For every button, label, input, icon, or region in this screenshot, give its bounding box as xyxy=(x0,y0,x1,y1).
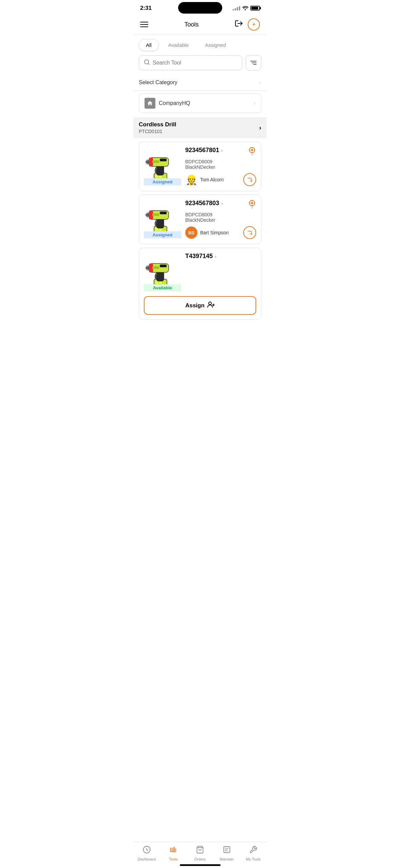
status-badge-1: Assigned xyxy=(144,178,181,185)
add-tool-button[interactable]: + xyxy=(248,18,260,31)
location-chevron-icon: › xyxy=(254,100,255,106)
location-label: CompanyHQ xyxy=(159,100,190,106)
login-icon[interactable] xyxy=(235,20,244,29)
assignee-name-1: Tom Alcorn xyxy=(200,177,224,182)
section-header[interactable]: Cordless Drill PTCD0101 › xyxy=(133,117,267,138)
tool-model-1: BDPCD8009 xyxy=(185,159,256,164)
assign-person-icon xyxy=(207,302,215,309)
tab-assigned[interactable]: Assigned xyxy=(198,39,233,51)
header: Tools + xyxy=(133,14,267,35)
tool-id-row-3: T4397145 › xyxy=(185,253,216,260)
search-input[interactable] xyxy=(153,60,237,66)
notch xyxy=(178,2,222,14)
tool-image-wrap-3: Available xyxy=(144,253,181,291)
tool-card-1: Assigned 9234567801 › xyxy=(139,142,261,191)
location-pin-icon-2[interactable] xyxy=(248,200,256,211)
svg-rect-44 xyxy=(160,265,167,267)
tab-all[interactable]: All xyxy=(139,39,159,51)
svg-point-30 xyxy=(251,202,253,204)
plus-icon: + xyxy=(252,21,256,29)
assign-button-label: Assign xyxy=(185,302,205,309)
section-title: Cordless Drill xyxy=(139,121,176,128)
tool-id-chevron-icon-3: › xyxy=(215,254,216,259)
tool-image-wrap-2: Assigned xyxy=(144,200,181,238)
tool-assignee-1: 👷 Tom Alcorn xyxy=(185,173,256,186)
category-selector[interactable]: Select Category › xyxy=(133,75,267,91)
tool-id-2: 9234567803 xyxy=(185,200,219,207)
location-pin-icon-1[interactable] xyxy=(248,147,256,158)
category-label: Select Category xyxy=(139,79,177,86)
tool-image-wrap-1: Assigned xyxy=(144,147,181,185)
assign-button[interactable]: Assign xyxy=(144,296,256,315)
status-bar: 2:31 xyxy=(133,0,267,14)
section-subtitle: PTCD0101 xyxy=(139,129,176,134)
wifi-icon xyxy=(242,5,248,11)
tool-info-2: 9234567803 › xyxy=(185,200,256,239)
assign-btn-wrap: Assign xyxy=(139,296,261,320)
tool-info-1: 9234567801 › xyxy=(185,147,256,186)
status-badge-3: Available xyxy=(144,284,181,291)
svg-rect-8 xyxy=(146,161,147,163)
tool-id-row-2: 9234567803 › xyxy=(185,200,223,207)
reassign-button-2[interactable] xyxy=(243,226,256,239)
signal-icon xyxy=(233,6,240,11)
avatar-emoji-1: 👷 xyxy=(186,174,197,185)
filter-options-button[interactable] xyxy=(246,55,261,71)
page-title: Tools xyxy=(184,21,198,28)
section-chevron-icon: › xyxy=(259,124,261,131)
tool-card-2: Assigned 9234567803 › xyxy=(139,195,261,244)
search-icon xyxy=(144,59,150,67)
status-badge-2: Assigned xyxy=(144,231,181,238)
location-left: CompanyHQ xyxy=(145,98,190,109)
section-info: Cordless Drill PTCD0101 xyxy=(139,121,176,134)
assignee-name-2: Bart Simpson xyxy=(200,230,229,235)
svg-rect-25 xyxy=(146,214,147,216)
svg-rect-42 xyxy=(146,267,147,269)
svg-rect-45 xyxy=(152,266,159,269)
filter-lines-icon xyxy=(250,61,256,65)
tool-info-3: T4397145 › xyxy=(185,253,256,260)
menu-button[interactable] xyxy=(140,22,148,27)
tab-available[interactable]: Available xyxy=(161,39,196,51)
status-icons xyxy=(233,5,260,11)
avatar-initials-2: BS xyxy=(188,230,194,235)
tool-card-3: Available T4397145 › Assign xyxy=(139,248,261,320)
location-selector[interactable]: CompanyHQ › xyxy=(139,93,261,113)
svg-rect-27 xyxy=(160,212,167,214)
battery-icon xyxy=(250,6,260,11)
svg-rect-11 xyxy=(152,160,159,163)
search-field-wrap xyxy=(139,55,242,70)
tool-id-chevron-icon-2: › xyxy=(221,201,223,206)
assignee-avatar-2: BS xyxy=(185,227,197,239)
tool-brand-1: BlackNDecker xyxy=(185,164,256,170)
tool-id-chevron-icon: › xyxy=(221,148,223,153)
tool-brand-2: BlackNDecker xyxy=(185,217,256,223)
tool-id-row-1: 9234567801 › xyxy=(185,147,223,154)
chevron-right-icon: › xyxy=(260,79,261,86)
tool-assignee-2: BS Bart Simpson xyxy=(185,226,256,239)
header-actions: + xyxy=(235,18,260,31)
svg-point-13 xyxy=(251,149,253,151)
search-area xyxy=(133,55,267,71)
tool-id-1: 9234567801 xyxy=(185,147,219,154)
home-icon xyxy=(145,98,155,109)
tool-id-3: T4397145 xyxy=(185,253,213,260)
assignee-avatar-1: 👷 xyxy=(185,174,197,186)
status-time: 2:31 xyxy=(140,5,152,12)
svg-rect-28 xyxy=(152,213,159,216)
reassign-button-1[interactable] xyxy=(243,173,256,186)
filter-tabs: All Available Assigned xyxy=(133,35,267,55)
tool-model-2: BDPCD8009 xyxy=(185,212,256,217)
svg-rect-10 xyxy=(160,159,167,161)
svg-point-46 xyxy=(209,302,211,305)
